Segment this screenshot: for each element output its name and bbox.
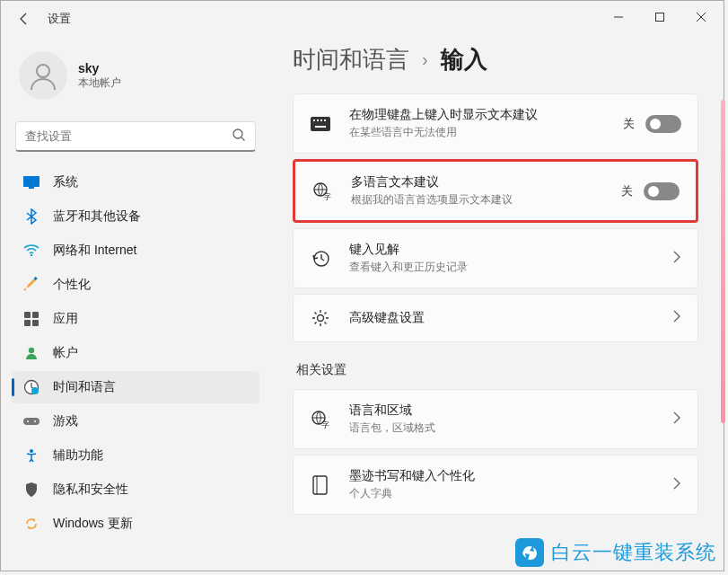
svg-point-19	[27, 420, 29, 422]
setting-title: 语言和区域	[349, 402, 672, 419]
wifi-icon	[22, 242, 40, 260]
toggle-switch[interactable]	[645, 115, 681, 133]
svg-text:字: 字	[323, 192, 331, 201]
related-settings-label: 相关设置	[296, 362, 698, 378]
svg-rect-18	[23, 418, 39, 425]
maximize-button[interactable]	[639, 3, 680, 31]
apps-icon	[22, 310, 40, 328]
sidebar-item-gaming[interactable]: 游戏	[12, 405, 259, 438]
system-icon	[22, 173, 40, 191]
related-language-region[interactable]: 字 语言和区域 语言包，区域格式	[293, 389, 698, 449]
accessibility-icon	[22, 447, 40, 464]
svg-rect-24	[317, 119, 319, 121]
svg-point-5	[233, 129, 242, 138]
username: sky	[78, 61, 121, 75]
toggle-state-label: 关	[623, 116, 635, 132]
sidebar-item-label: 帐户	[53, 345, 78, 361]
sidebar-item-label: 蓝牙和其他设备	[53, 208, 141, 225]
setting-subtitle: 查看键入和更正历史记录	[349, 260, 672, 275]
setting-multilingual-suggestions[interactable]: 字 多语言文本建议 根据我的语言首选项显示文本建议 关	[293, 159, 698, 223]
setting-subtitle: 在某些语言中无法使用	[349, 125, 623, 140]
sidebar-item-bluetooth[interactable]: 蓝牙和其他设备	[12, 200, 259, 233]
gear-icon	[310, 307, 331, 329]
breadcrumb-parent[interactable]: 时间和语言	[293, 44, 409, 75]
watermark: 白云一键重装系统	[515, 538, 716, 567]
bluetooth-icon	[22, 208, 40, 226]
update-icon	[22, 515, 40, 533]
brush-icon	[22, 276, 40, 294]
decorative-edge	[721, 100, 725, 423]
clock-globe-icon	[22, 378, 40, 396]
setting-title: 在物理键盘上键入时显示文本建议	[349, 107, 623, 123]
sidebar-item-label: 网络和 Internet	[53, 243, 136, 259]
keyboard-icon	[310, 113, 331, 135]
setting-typing-insights[interactable]: 键入见解 查看键入和更正历史记录	[293, 228, 698, 288]
sidebar-item-label: 个性化	[53, 277, 91, 293]
svg-point-15	[29, 348, 34, 353]
chevron-right-icon	[672, 310, 681, 326]
svg-rect-12	[32, 312, 39, 318]
sidebar-item-apps[interactable]: 应用	[12, 303, 259, 335]
chevron-right-icon	[672, 411, 681, 428]
svg-point-20	[34, 420, 36, 422]
sidebar-item-label: 游戏	[53, 413, 78, 429]
setting-subtitle: 语言包，区域格式	[349, 420, 672, 436]
chevron-right-icon	[672, 477, 681, 493]
setting-advanced-keyboard[interactable]: 高级键盘设置	[293, 294, 698, 342]
setting-title: 墨迹书写和键入个性化	[349, 468, 672, 484]
dictionary-icon	[310, 474, 331, 496]
window-title: 设置	[48, 11, 71, 27]
page-title: 输入	[441, 44, 487, 75]
sidebar-item-label: Windows 更新	[53, 516, 133, 532]
toggle-state-label: 关	[621, 183, 633, 199]
gamepad-icon	[22, 412, 40, 430]
back-button[interactable]	[8, 3, 40, 35]
svg-rect-8	[29, 187, 34, 189]
chevron-right-icon	[672, 251, 681, 267]
toggle-switch[interactable]	[644, 182, 680, 200]
sidebar-item-label: 系统	[53, 174, 78, 190]
svg-rect-1	[656, 13, 664, 22]
sidebar-item-privacy[interactable]: 隐私和安全性	[12, 473, 259, 506]
sidebar-item-accounts[interactable]: 帐户	[12, 337, 259, 369]
svg-point-4	[37, 65, 49, 77]
svg-rect-7	[23, 176, 39, 187]
search-box[interactable]	[15, 121, 256, 152]
history-icon	[310, 248, 331, 270]
svg-point-17	[31, 387, 39, 394]
globe-text-icon: 字	[310, 409, 331, 430]
user-icon	[22, 344, 40, 362]
svg-point-31	[318, 315, 324, 322]
setting-title: 多语言文本建议	[351, 174, 621, 190]
sidebar-item-accessibility[interactable]: 辅助功能	[12, 439, 259, 472]
close-button[interactable]	[680, 3, 722, 31]
setting-title: 高级键盘设置	[349, 310, 672, 326]
sidebar-item-personalization[interactable]: 个性化	[12, 269, 259, 301]
sidebar-item-label: 时间和语言	[53, 379, 116, 395]
sidebar-item-system[interactable]: 系统	[12, 166, 259, 199]
svg-text:字: 字	[321, 420, 329, 429]
sidebar-item-time-language[interactable]: 时间和语言	[12, 371, 259, 403]
shield-icon	[22, 481, 40, 499]
setting-subtitle: 根据我的语言首选项显示文本建议	[351, 192, 621, 208]
sidebar-item-windows-update[interactable]: Windows 更新	[12, 508, 259, 540]
sidebar-item-label: 应用	[53, 311, 78, 327]
svg-point-9	[31, 254, 32, 256]
setting-subtitle: 个人字典	[349, 486, 672, 501]
account-type: 本地帐户	[78, 75, 121, 91]
sidebar-item-network[interactable]: 网络和 Internet	[12, 234, 259, 267]
svg-rect-23	[313, 119, 315, 121]
breadcrumb: 时间和语言 › 输入	[293, 44, 698, 75]
search-input[interactable]	[25, 129, 232, 143]
avatar	[19, 51, 67, 100]
sidebar-item-label: 隐私和安全性	[53, 482, 128, 498]
watermark-text: 白云一键重装系统	[551, 539, 716, 566]
svg-rect-22	[311, 117, 330, 131]
svg-rect-27	[315, 126, 326, 128]
related-inking-typing[interactable]: 墨迹书写和键入个性化 个人字典	[293, 455, 698, 515]
svg-rect-26	[324, 119, 326, 121]
watermark-logo	[515, 538, 544, 567]
user-profile[interactable]: sky 本地帐户	[12, 44, 259, 114]
minimize-button[interactable]	[598, 3, 639, 31]
setting-text-suggestions[interactable]: 在物理键盘上键入时显示文本建议 在某些语言中无法使用 关	[293, 93, 698, 154]
